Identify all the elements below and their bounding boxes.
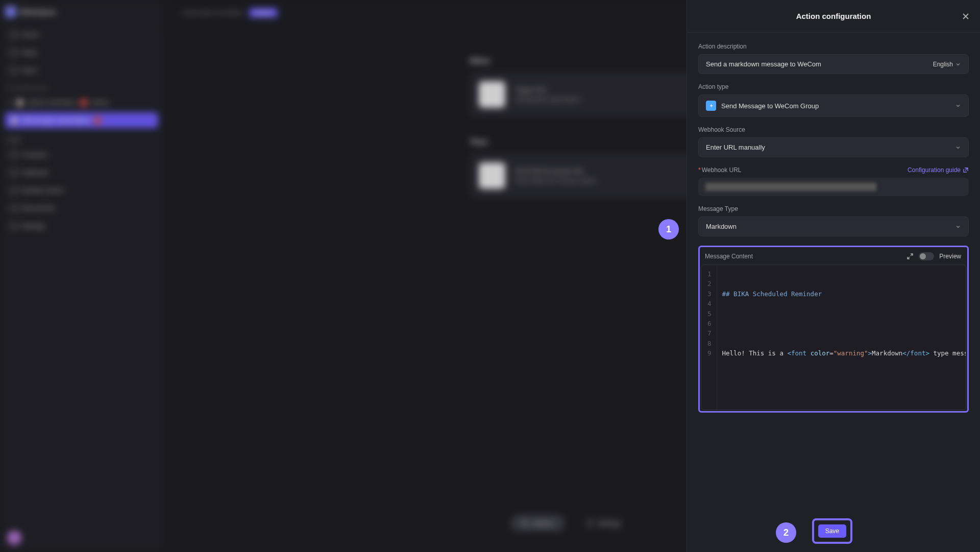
close-icon[interactable]	[961, 11, 971, 21]
message-content-block: Message Content Preview 123456789 ## BIK…	[698, 246, 969, 413]
webhook-url-input[interactable]	[698, 178, 969, 196]
chevron-down-icon	[955, 103, 961, 109]
chevron-down-icon	[955, 224, 961, 230]
redacted-url	[705, 183, 876, 191]
sidebar: Workspace Home Inbox Store Automations ▸…	[0, 0, 163, 552]
callout-badge-1: 1	[658, 219, 679, 239]
preview-toggle[interactable]	[919, 252, 934, 260]
sidebar-item: Settings	[5, 218, 158, 234]
sidebar-item: Inbox	[5, 44, 158, 60]
action-type-value: Send Message to WeCom Group	[721, 102, 819, 110]
sidebar-item: Kanban board	[5, 182, 158, 198]
sidebar-item-active: 📋Messenger automation	[5, 112, 158, 128]
webhook-source-select[interactable]: Enter URL manually	[698, 137, 969, 157]
message-type-value: Markdown	[706, 223, 737, 230]
expand-icon[interactable]	[906, 253, 914, 260]
action-type-label: Action type	[698, 83, 969, 90]
message-type-label: Message Type	[698, 205, 969, 212]
bottom-chip: ⚙Actions	[510, 515, 565, 532]
save-button[interactable]: Save	[818, 524, 846, 538]
avatar	[7, 531, 21, 545]
sidebar-section: Automations	[7, 85, 156, 91]
action-description-label: Action description	[698, 43, 969, 50]
sidebar-item: Store	[5, 62, 158, 78]
sidebar-item: Calendar	[5, 164, 158, 180]
sidebar-item: Contacts	[5, 147, 158, 162]
action-config-drawer: Action configuration Action description …	[687, 0, 980, 552]
configuration-guide-link[interactable]: Configuration guide	[908, 166, 969, 174]
drawer-title: Action configuration	[796, 12, 871, 20]
sidebar-item: ▸ 📋Quick remindersDemo	[5, 94, 158, 110]
workspace-logo	[5, 6, 16, 17]
action-type-select[interactable]: ✦ Send Message to WeCom Group	[698, 94, 969, 117]
drawer-header: Action configuration	[687, 0, 980, 33]
webhook-source-value: Enter URL manually	[706, 143, 765, 151]
bottom-chip: ☰Settings	[575, 515, 633, 532]
code-lines[interactable]: ## BIKA Scheduled Reminder Hello! This i…	[717, 265, 966, 410]
chevron-down-icon	[955, 61, 961, 67]
action-description-value: Send a markdown message to WeCom	[706, 60, 821, 68]
webhook-source-label: Webhook Source	[698, 126, 969, 133]
language-selector[interactable]: English	[933, 61, 961, 68]
workspace-name: Workspace	[20, 8, 56, 16]
wecom-icon: ✦	[706, 101, 716, 111]
external-link-icon	[963, 167, 969, 173]
webhook-url-label: *Webhook URL Configuration guide	[698, 166, 969, 174]
line-gutter: 123456789	[701, 265, 717, 410]
sidebar-item: Home	[5, 27, 158, 42]
save-highlight: Save	[812, 518, 852, 544]
message-content-label: Message Content	[705, 253, 753, 260]
message-type-select[interactable]: Markdown	[698, 217, 969, 236]
publish-button: Publish	[249, 8, 278, 17]
message-content-editor[interactable]: 123456789 ## BIKA Scheduled Reminder Hel…	[701, 265, 966, 410]
preview-label: Preview	[939, 253, 961, 260]
drawer-body: Action description Send a markdown messa…	[687, 33, 980, 552]
chevron-down-icon	[955, 145, 961, 151]
breadcrumb: Automation workflow	[182, 9, 243, 16]
sidebar-section: Apps	[7, 136, 156, 143]
sidebar-item: Documents	[5, 200, 158, 216]
callout-badge-2: 2	[776, 522, 796, 543]
action-description-field[interactable]: Send a markdown message to WeCom English	[698, 54, 969, 74]
